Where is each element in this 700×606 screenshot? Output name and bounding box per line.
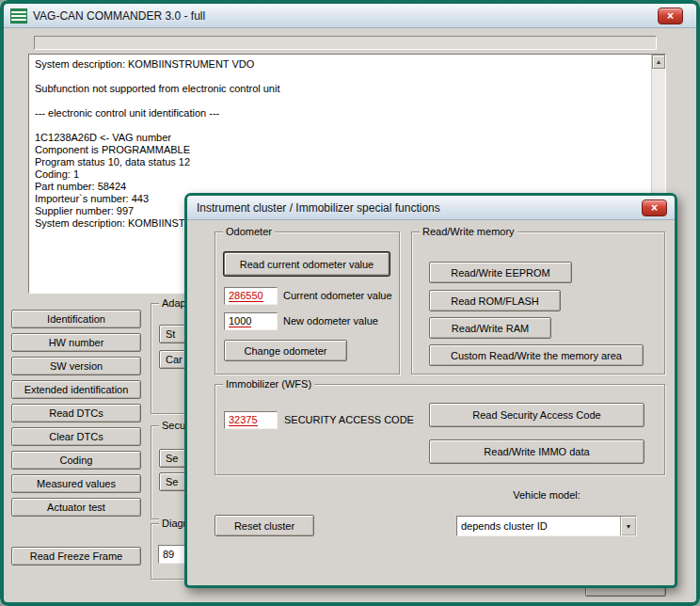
sidebar-button-read-dtcs[interactable]: Read DTCs [11,404,141,423]
sidebar-button-read-freeze-frame[interactable]: Read Freeze Frame [11,547,141,566]
odometer-group: Odometer Read current odometer value 286… [215,231,400,375]
sidebar-button-identification[interactable]: Identification [11,310,141,328]
close-icon: × [667,9,674,23]
sidebar-button-extended-identification[interactable]: Extended identification [11,380,141,399]
dialog-body: Odometer Read current odometer value 286… [187,220,675,585]
custom-memory-button[interactable]: Custom Read/Write the memory area [429,344,644,366]
new-odometer-field[interactable]: 1000 [224,312,278,330]
immobilizer-group: Immobilizer (WFS) 32375 SECURITY ACCESS … [215,384,665,475]
scroll-up-icon: ▲ [656,58,662,65]
read-write-immo-button[interactable]: Read/Write IMMO data [429,439,644,464]
scroll-up-button[interactable]: ▲ [652,55,665,69]
progress-bar [34,36,657,50]
window-close-button[interactable]: × [658,8,683,24]
sidebar-button-clear-dtcs[interactable]: Clear DTCs [11,427,141,446]
memory-group-label: Read/Write memory [420,226,517,237]
window-title: VAG-CAN COMMANDER 3.0 - full [33,9,205,23]
window-titlebar: VAG-CAN COMMANDER 3.0 - full × [4,4,696,28]
change-odometer-button[interactable]: Change odometer [224,340,347,361]
vehicle-model-label: Vehicle model: [456,489,637,501]
new-odometer-label: New odometer value [283,315,378,327]
current-odometer-label: Current odometer value [283,290,392,301]
odometer-group-label: Odometer [223,226,275,237]
special-functions-dialog: Instrument cluster / Immobilizer special… [184,193,677,588]
read-rom-flash-button[interactable]: Read ROM/FLASH [429,290,561,311]
app-window: VAG-CAN COMMANDER 3.0 - full × System de… [0,0,700,606]
vehicle-model-value: depends cluster ID [457,517,620,535]
read-write-ram-button[interactable]: Read/Write RAM [429,317,551,339]
immobilizer-group-label: Immobilizer (WFS) [223,378,314,390]
read-write-eeprom-button[interactable]: Read/Write EEPROM [429,262,572,283]
sidebar-button-sw-version[interactable]: SW version [11,357,141,375]
close-icon: × [651,201,658,215]
dialog-close-button[interactable]: × [642,199,667,216]
sidebar-button-coding[interactable]: Coding [11,451,141,470]
dialog-title: Instrument cluster / Immobilizer special… [197,201,440,215]
dialog-titlebar: Instrument cluster / Immobilizer special… [187,196,675,220]
sidebar-button-measured-values[interactable]: Measured values [11,474,141,493]
vehicle-model-select[interactable]: depends cluster ID ▼ [456,516,637,536]
security-code-label: SECURITY ACCESS CODE [284,414,414,425]
app-icon [10,8,27,24]
read-odometer-button[interactable]: Read current odometer value [224,252,390,276]
memory-group: Read/Write memory Read/Write EEPROM Read… [411,231,665,375]
sidebar-button-hw-number[interactable]: HW number [11,333,141,352]
read-security-code-button[interactable]: Read Security Access Code [429,403,644,427]
sidebar-button-actuator-test[interactable]: Actuator test [11,498,141,517]
dropdown-arrow-icon[interactable]: ▼ [620,517,636,535]
current-odometer-field[interactable]: 286550 [224,287,278,305]
security-code-field[interactable]: 32375 [224,411,278,429]
reset-cluster-button[interactable]: Reset cluster [215,515,314,536]
